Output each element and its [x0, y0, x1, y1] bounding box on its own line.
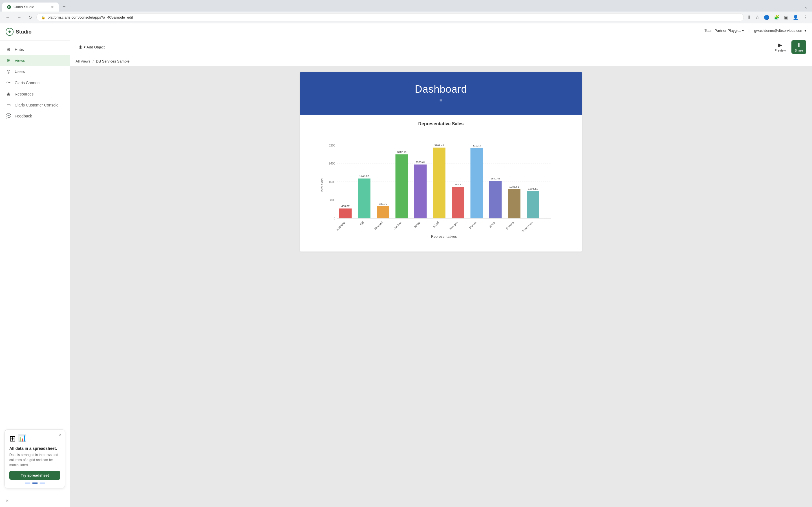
- breadcrumb-current: DB Services Sample: [96, 59, 130, 63]
- tab-list-button[interactable]: ⌄: [803, 3, 810, 11]
- svg-text:Kivell: Kivell: [432, 221, 440, 228]
- dashboard-handle: ≡: [306, 98, 576, 103]
- tooltip-pagination-dots: [9, 483, 60, 484]
- dashboard-header: Dashboard ≡: [300, 72, 582, 115]
- bar-thompson: [527, 191, 539, 218]
- puzzle-icon[interactable]: 🧩: [773, 13, 781, 21]
- svg-text:2812.19: 2812.19: [397, 151, 406, 154]
- menu-icon[interactable]: ⋮: [802, 13, 809, 21]
- sidebar-item-resources[interactable]: ◉ Resources: [0, 89, 70, 100]
- chart-wrapper: Total Sold 0: [306, 132, 576, 240]
- chart-title: Representative Sales: [306, 121, 576, 126]
- url-text: platform.claris.com/console/apps?a=405&m…: [48, 15, 133, 19]
- preview-label: Preview: [775, 49, 786, 52]
- bookmark-icon[interactable]: ☆: [754, 13, 760, 21]
- plus-circle-icon: ⊕: [79, 44, 83, 50]
- preview-button[interactable]: ▶ Preview: [771, 40, 789, 54]
- bar-kivell: [433, 148, 446, 218]
- lock-icon: 🔒: [41, 15, 45, 19]
- url-input[interactable]: 🔒 platform.claris.com/console/apps?a=405…: [36, 13, 744, 21]
- share-icon: ⬆: [797, 42, 801, 48]
- canvas: Dashboard ≡ Representative Sales Total S…: [70, 66, 812, 507]
- preview-icon: ▶: [778, 42, 782, 48]
- tab-title: Claris Studio: [13, 5, 49, 9]
- tab-close-btn[interactable]: ✕: [51, 5, 54, 9]
- svg-text:1749.87: 1749.87: [359, 174, 369, 177]
- svg-text:1600: 1600: [329, 180, 336, 184]
- claris-extension-icon[interactable]: 🔵: [763, 13, 770, 21]
- sidebar-nav: ⊕ Hubs ⊞ Views ◎ Users 〜 Claris Connect …: [0, 41, 70, 427]
- sidebar-item-views[interactable]: ⊞ Views: [0, 55, 70, 66]
- new-tab-button[interactable]: +: [60, 2, 68, 11]
- sidebar-item-label: Hubs: [15, 47, 24, 52]
- bar-parent: [470, 148, 483, 218]
- back-button[interactable]: ←: [3, 14, 12, 21]
- claris-connect-icon: 〜: [6, 80, 11, 86]
- svg-text:Parent: Parent: [469, 221, 477, 230]
- views-icon: ⊞: [6, 58, 11, 63]
- user-dropdown-icon: ▾: [804, 29, 806, 33]
- add-object-button[interactable]: ⊕ ▾ Add Object: [75, 42, 107, 52]
- app-header-left: ⊕ ▾ Add Object: [75, 42, 107, 52]
- tooltip-close-button[interactable]: ×: [59, 432, 61, 438]
- sidebar: Studio ⊕ Hubs ⊞ Views ◎ Users 〜 Claris C…: [0, 23, 70, 507]
- svg-text:Total Sold: Total Sold: [320, 179, 324, 193]
- collapse-sidebar-button[interactable]: «: [6, 497, 8, 503]
- browser-actions: ⬇ ☆ 🔵 🧩 ▣ 👤 ⋮: [746, 13, 809, 21]
- svg-text:Morgan: Morgan: [449, 221, 458, 230]
- sidebar-item-label: Claris Connect: [15, 80, 41, 85]
- svg-text:Howard: Howard: [373, 221, 383, 230]
- tab-bar: C Claris Studio ✕ + ⌄: [0, 0, 812, 11]
- download-icon[interactable]: ⬇: [746, 13, 752, 21]
- bar-chart: Total Sold 0: [306, 132, 576, 239]
- sidebar-item-customer-console[interactable]: ▭ Claris Customer Console: [0, 100, 70, 110]
- svg-text:Jardine: Jardine: [393, 221, 402, 230]
- svg-text:1203.11: 1203.11: [528, 187, 538, 190]
- sidebar-item-label: Feedback: [15, 114, 32, 118]
- tooltip-card: × ⊞ 📊 All data in a spreadsheet. Data is…: [4, 429, 65, 489]
- chart-icon: 📊: [18, 434, 27, 443]
- breadcrumb-separator: /: [93, 59, 94, 63]
- team-name: Partner Playgr...: [714, 29, 741, 33]
- users-icon: ◎: [6, 69, 11, 74]
- active-tab[interactable]: C Claris Studio ✕: [2, 3, 59, 11]
- dashboard-card: Dashboard ≡ Representative Sales Total S…: [300, 72, 582, 251]
- sidebar-item-users[interactable]: ◎ Users: [0, 66, 70, 77]
- svg-text:2400: 2400: [329, 162, 336, 165]
- sidebar-toggle-icon[interactable]: ▣: [783, 13, 790, 21]
- bar-morgan: [452, 187, 464, 218]
- breadcrumb-all-views[interactable]: All Views: [75, 59, 91, 63]
- app-header: ⊕ ▾ Add Object ▶ Preview ⬆ Share: [70, 38, 812, 56]
- user-email[interactable]: gwashburne@dbservices.com ▾: [754, 29, 806, 33]
- browser-chrome: C Claris Studio ✕ + ⌄ ← → ↻ 🔒 platform.c…: [0, 0, 812, 23]
- share-label: Share: [795, 49, 803, 52]
- spreadsheet-grid-icon: ⊞: [9, 434, 16, 443]
- sidebar-item-feedback[interactable]: 💬 Feedback: [0, 110, 70, 121]
- reload-button[interactable]: ↻: [26, 13, 34, 21]
- svg-text:2363.04: 2363.04: [416, 161, 425, 164]
- bar-howard: [377, 206, 389, 218]
- svg-text:0: 0: [334, 217, 335, 220]
- team-selector[interactable]: Team Partner Playgr... ▾: [704, 29, 744, 33]
- bar-gill: [358, 179, 370, 218]
- top-nav: Team Partner Playgr... ▾ | gwashburne@db…: [70, 23, 812, 38]
- chart-container: Representative Sales Total Sold: [300, 115, 582, 251]
- dot-3: [40, 483, 45, 484]
- svg-text:536.75: 536.75: [379, 202, 387, 205]
- tab-favicon: C: [7, 5, 11, 9]
- sidebar-item-label: Resources: [15, 92, 34, 96]
- app: Studio ⊕ Hubs ⊞ Views ◎ Users 〜 Claris C…: [0, 23, 812, 507]
- profile-icon[interactable]: 👤: [792, 13, 800, 21]
- tooltip-description: Data is arranged in the rows and columns…: [9, 452, 60, 467]
- try-spreadsheet-button[interactable]: Try spreadsheet: [9, 471, 60, 480]
- hubs-icon: ⊕: [6, 47, 11, 52]
- forward-button[interactable]: →: [15, 14, 24, 21]
- tooltip-icons: ⊞ 📊: [9, 434, 60, 443]
- breadcrumb: All Views / DB Services Sample: [70, 56, 812, 66]
- sidebar-item-claris-connect[interactable]: 〜 Claris Connect: [0, 77, 70, 89]
- sidebar-item-hubs[interactable]: ⊕ Hubs: [0, 44, 70, 55]
- share-button[interactable]: ⬆ Share: [792, 40, 806, 54]
- svg-text:Andrews: Andrews: [335, 221, 346, 231]
- bar-jones: [414, 165, 426, 218]
- tooltip-title: All data in a spreadsheet.: [9, 446, 60, 451]
